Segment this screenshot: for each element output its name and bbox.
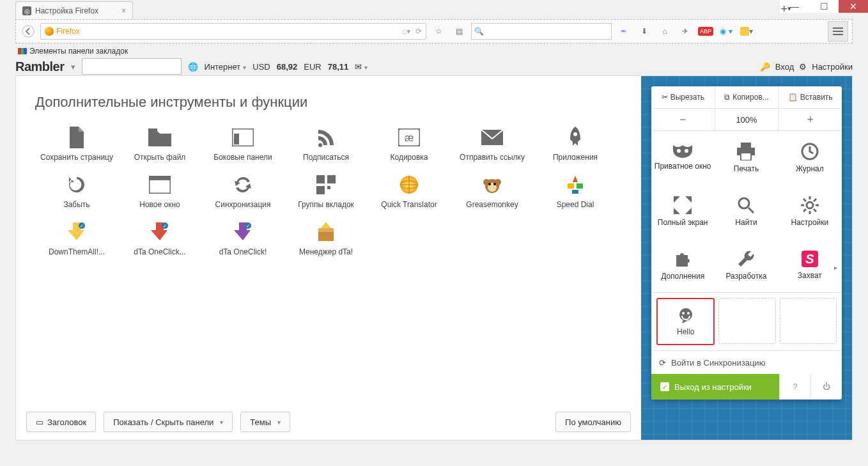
svg-point-7	[573, 132, 577, 136]
puzzle-icon	[674, 250, 692, 268]
zoom-in-button[interactable]: +	[779, 109, 842, 130]
exit-customize-button[interactable]: ✓ Выход из настройки	[651, 374, 779, 400]
tool-rocket[interactable]: Приложения	[534, 126, 617, 162]
panel-item-label: Печать	[734, 164, 759, 173]
rambler-settings-link[interactable]: Настройки	[812, 62, 853, 72]
tool-folder[interactable]: Открыть файл	[118, 126, 201, 162]
cut-button[interactable]: ✂Вырезать	[651, 86, 715, 108]
tool-label: DownThemAll!...	[49, 247, 105, 256]
svg-rect-11	[327, 175, 336, 183]
svg-point-44	[682, 312, 685, 315]
tool-dta-red[interactable]: ✓dTa OneClick...	[118, 221, 201, 256]
rambler-search-input[interactable]	[82, 58, 182, 75]
tool-label: Менеджер dTa!	[299, 247, 353, 256]
mask-icon	[673, 145, 692, 158]
help-button[interactable]: ?	[779, 374, 810, 400]
url-bar[interactable]: Firefox ⌂▾ ⟳	[40, 23, 426, 40]
drop-slot-1[interactable]	[718, 298, 775, 344]
tool-speeddial[interactable]: Speed Dial	[534, 173, 617, 209]
tool-mail[interactable]: Отправить ссылку	[451, 126, 534, 162]
panel-item-print[interactable]: Печать	[715, 131, 778, 185]
panel-item-fullscreen[interactable]: Полный экран	[651, 185, 715, 238]
titlebar-toggle-button[interactable]: ▭Заголовок	[26, 412, 96, 432]
back-button[interactable]	[20, 23, 36, 40]
drop-slot-0[interactable]: Hello	[656, 298, 715, 345]
sync-signin-button[interactable]: ⟳ Войти в Синхронизацию	[651, 350, 842, 374]
clipboard-icon: 📋	[788, 93, 798, 102]
show-hide-panels-button[interactable]: Показать / Скрыть панели	[104, 412, 233, 432]
mail-dropdown-icon[interactable]: ✉	[355, 62, 368, 72]
bookmark-star-button[interactable]: ☆	[430, 23, 447, 40]
tool-label: Группы вкладок	[298, 200, 354, 209]
new-tab-button[interactable]: +▾	[780, 3, 791, 16]
copy-button[interactable]: ⧉Копиров...	[715, 86, 779, 108]
tool-label: Сохранить страницу	[40, 153, 113, 162]
tool-label: Новое окно	[139, 200, 180, 209]
rocket-icon	[564, 126, 587, 149]
window-close-button[interactable]: ✕	[839, 0, 868, 13]
tool-monkey[interactable]: Greasemonkey	[451, 173, 534, 209]
window-maximize-button[interactable]: ☐	[809, 0, 839, 13]
svg-point-21	[493, 183, 496, 185]
tool-sync[interactable]: Синхронизация	[201, 173, 284, 209]
menu-panel-dropzone: ✂Вырезать ⧉Копиров... 📋Вставить − 100% +…	[641, 76, 852, 440]
send-button[interactable]: ✈	[677, 23, 694, 40]
forget-icon	[65, 173, 88, 196]
search-bar[interactable]: 🔍	[471, 23, 612, 40]
panel-item-mask[interactable]: Приватное окно	[651, 131, 715, 185]
check-icon: ✓	[660, 382, 669, 391]
tool-sidepanel[interactable]: Боковые панели	[201, 126, 284, 162]
sync-icon: ⟳	[659, 358, 666, 368]
panel-item-capture[interactable]: SЗахват▸	[779, 238, 842, 292]
downloads-button[interactable]: ⬇	[636, 23, 653, 40]
drop-slot-2[interactable]	[780, 298, 837, 344]
reload-button[interactable]: ⟳	[415, 27, 422, 36]
svg-point-20	[488, 183, 491, 185]
paste-button[interactable]: 📋Вставить	[779, 86, 842, 108]
reader-button[interactable]: ▤	[451, 23, 467, 40]
panel-item-gear[interactable]: Настройки	[779, 185, 842, 238]
power-button[interactable]: ⏻	[810, 374, 842, 400]
tool-encoding[interactable]: æКодировка	[368, 126, 451, 162]
circle-ext-button[interactable]: ◉ ▾	[718, 23, 734, 40]
bookmarks-label[interactable]: Элементы панели закладок	[29, 47, 128, 56]
sync-icon	[231, 173, 254, 196]
feather-icon[interactable]: ✒	[616, 23, 632, 40]
tool-file[interactable]: Сохранить страницу	[35, 126, 118, 162]
tab-close-icon[interactable]: ×	[121, 6, 126, 15]
restore-defaults-button[interactable]: По умолчанию	[555, 412, 631, 432]
rambler-login-link[interactable]: Вход	[775, 62, 794, 72]
svg-point-45	[687, 312, 690, 315]
yellow-ext-button[interactable]: ▾	[738, 23, 755, 40]
abp-button[interactable]: ABP	[697, 23, 714, 40]
panel-item-search[interactable]: Найти	[715, 185, 778, 238]
tab-active[interactable]: ◎ Настройка Firefox ×	[15, 1, 133, 20]
zoom-out-button[interactable]: −	[651, 109, 715, 130]
monkey-icon	[481, 173, 504, 196]
home-dropdown-icon[interactable]: ⌂▾	[402, 27, 410, 36]
zoom-row: − 100% +	[651, 109, 842, 131]
hello-icon	[677, 307, 695, 325]
zoom-value[interactable]: 100%	[715, 109, 779, 130]
svg-text:æ: æ	[405, 132, 414, 143]
tool-forget[interactable]: Забыть	[35, 173, 118, 209]
tool-dta-box[interactable]: Менеджер dTa!	[284, 221, 368, 256]
tool-rss[interactable]: Подписаться	[284, 126, 368, 162]
tool-globe[interactable]: Quick Translator	[368, 173, 451, 209]
fullscreen-icon	[674, 196, 692, 214]
tool-tabgroups[interactable]: Группы вкладок	[284, 173, 368, 209]
panel-item-wrench[interactable]: Разработка	[715, 238, 778, 292]
tool-label: Quick Translator	[381, 200, 437, 209]
rambler-logo[interactable]: Rambler	[15, 59, 65, 74]
panel-item-clock[interactable]: Журнал	[779, 131, 842, 185]
home-button[interactable]: ⌂	[656, 23, 673, 40]
themes-button[interactable]: Темы	[240, 412, 290, 432]
tool-window[interactable]: Новое окно	[118, 173, 201, 209]
tool-dta-yellow[interactable]: ✓DownThemAll!...	[35, 221, 118, 256]
rambler-dropdown-icon[interactable]: ▾	[71, 62, 75, 72]
dta-purple-icon: ✓	[231, 221, 254, 244]
tool-dta-purple[interactable]: ✓dTa OneClick!	[201, 221, 284, 256]
rambler-internet-menu[interactable]: Интернет	[205, 62, 247, 72]
hamburger-menu-button[interactable]	[828, 21, 848, 42]
panel-item-puzzle[interactable]: Дополнения	[651, 238, 715, 292]
